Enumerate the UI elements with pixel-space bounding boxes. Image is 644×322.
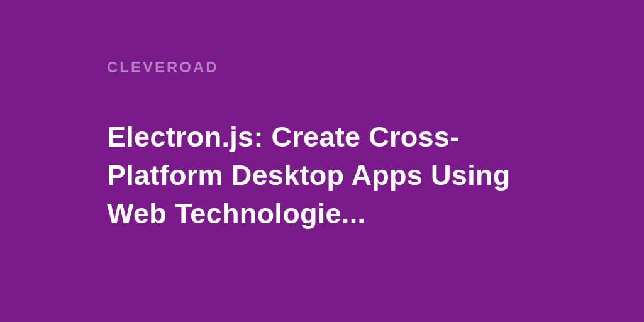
page-title: Electron.js: Create Cross-Platform Deskt… xyxy=(107,118,537,233)
brand-label: CLEVEROAD xyxy=(107,58,219,76)
